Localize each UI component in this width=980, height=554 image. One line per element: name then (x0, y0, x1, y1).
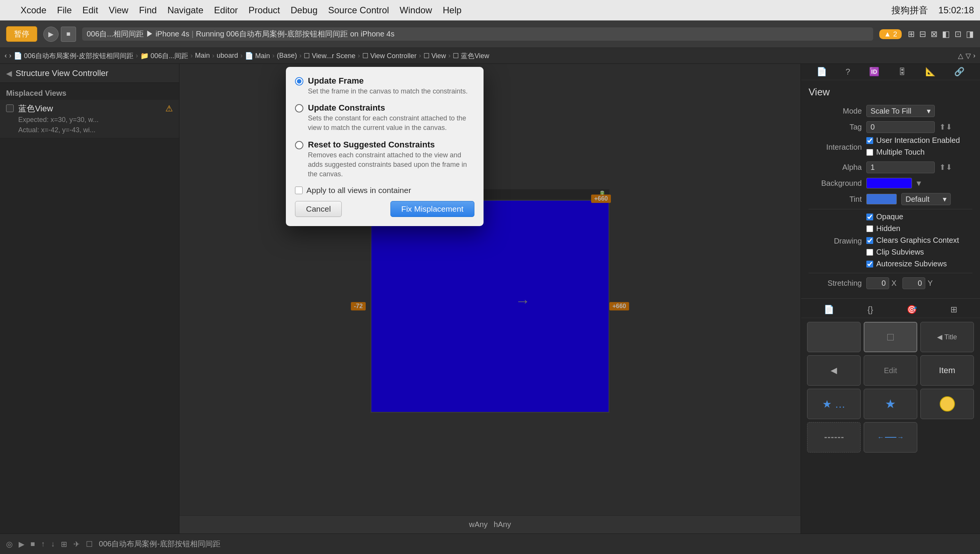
assistant-editor-icon[interactable]: ⊟ (919, 29, 926, 39)
bar-item-item[interactable]: Item (920, 355, 974, 386)
file-icon-bottom[interactable]: 📄 (824, 305, 834, 315)
pathbar-next-issue[interactable]: ▽ (966, 52, 971, 60)
dialog-option-reset-content: Reset to Suggested Constraints Removes e… (308, 140, 475, 179)
pathbar-base[interactable]: (Base) (277, 52, 297, 60)
pathbar-project[interactable]: 📄 006自动布局案例-皮部按钮相同间距 (14, 51, 134, 60)
status-icon-2[interactable]: ▶ (19, 540, 24, 549)
radio-update-constraints[interactable] (295, 104, 303, 113)
cancel-button[interactable]: Cancel (295, 201, 342, 217)
bar-item-bordered[interactable]: □ (864, 322, 917, 352)
editor-layout-icon[interactable]: ⊞ (908, 29, 915, 39)
pathbar-blue-view[interactable]: ☐ 蓝色View (453, 51, 489, 60)
bar-item-back[interactable]: ◀ (807, 355, 860, 386)
apply-all-checkbox[interactable] (295, 186, 303, 194)
pathbar-scene[interactable]: ☐ View...r Scene (304, 52, 355, 60)
mode-select[interactable]: Scale To Fill ▾ (866, 105, 935, 117)
background-dropdown-icon[interactable]: ▾ (916, 178, 921, 188)
bar-item-star-dots[interactable]: ★ … (807, 389, 860, 419)
bar-item-dashed[interactable] (807, 422, 860, 452)
status-icon-4[interactable]: ↑ (41, 540, 45, 548)
status-icon-6[interactable]: ⊞ (61, 540, 67, 549)
fix-misplacement-button[interactable]: Fix Misplacement (390, 201, 475, 217)
pathbar-nav-back[interactable]: ‹ (5, 52, 7, 60)
stretching-y-input[interactable] (902, 277, 925, 289)
brace-icon-bottom[interactable]: {} (867, 305, 873, 315)
status-icon-1[interactable]: ◎ (6, 540, 13, 549)
stretching-x-input[interactable] (866, 277, 889, 289)
canvas-area[interactable]: Update Frame Set the frame in the canvas… (179, 64, 801, 515)
bar-item-yellow-circle[interactable] (920, 389, 974, 419)
navigator-toggle-icon[interactable]: ◧ (942, 29, 950, 39)
menu-xcode[interactable]: Xcode (21, 5, 46, 16)
grid-icon-bottom[interactable]: ⊞ (950, 305, 957, 315)
multiple-touch-checkbox[interactable] (866, 149, 873, 156)
version-editor-icon[interactable]: ⊠ (931, 29, 937, 39)
radio-reset-constraints[interactable] (295, 141, 303, 149)
debug-area-toggle-icon[interactable]: ⊡ (955, 29, 961, 39)
warning-badge[interactable]: ▲ 2 (879, 29, 902, 39)
status-icon-7[interactable]: ✈ (73, 540, 80, 549)
quick-help-icon[interactable]: ? (845, 67, 850, 77)
menu-window[interactable]: Window (400, 5, 432, 16)
bar-item-star-filled[interactable]: ★ (864, 389, 917, 419)
menu-help[interactable]: Help (443, 5, 462, 16)
connections-inspector-icon[interactable]: 🔗 (954, 67, 964, 77)
pathbar-main[interactable]: Main (195, 52, 210, 60)
tint-color-swatch[interactable] (866, 194, 897, 204)
tag-input[interactable]: 0 (866, 121, 935, 133)
menu-view[interactable]: View (109, 5, 129, 16)
bar-item-plain[interactable] (807, 322, 860, 352)
menu-file[interactable]: File (57, 5, 72, 16)
attributes-inspector-icon[interactable]: 🎛 (898, 67, 906, 77)
menu-product[interactable]: Product (249, 5, 280, 16)
hidden-checkbox[interactable] (866, 225, 873, 232)
target-icon-bottom[interactable]: 🎯 (907, 305, 917, 315)
size-inspector-icon[interactable]: 📐 (925, 67, 935, 77)
menu-editor[interactable]: Editor (214, 5, 238, 16)
user-interaction-checkbox[interactable] (866, 137, 873, 144)
pathbar-nav-forward[interactable]: › (9, 52, 11, 60)
bar-item-edit[interactable]: Edit (864, 355, 917, 386)
menu-source-control[interactable]: Source Control (328, 5, 389, 16)
dialog-option-reset-constraints[interactable]: Reset to Suggested Constraints Removes e… (295, 140, 475, 179)
identity-inspector-icon[interactable]: 🆔 (869, 67, 879, 77)
left-panel-back-button[interactable]: ◀ (6, 69, 12, 78)
clip-subviews-checkbox[interactable] (866, 249, 873, 256)
opaque-checkbox[interactable] (866, 213, 873, 220)
dialog-option-update-frame[interactable]: Update Frame Set the frame in the canvas… (295, 76, 475, 96)
bar-item-back-title[interactable]: ◀ Title (920, 322, 974, 352)
menu-edit[interactable]: Edit (83, 5, 98, 16)
dialog-option-update-constraints[interactable]: Update Constraints Sets the constant for… (295, 103, 475, 133)
pathbar-prev-issue[interactable]: △ (958, 52, 963, 60)
tint-select[interactable]: Default ▾ (901, 193, 951, 205)
pathbar-uboard[interactable]: uboard (217, 52, 238, 60)
autoresize-subviews-checkbox[interactable] (866, 261, 873, 267)
pause-button[interactable]: 暂停 (6, 26, 37, 42)
pathbar-vc[interactable]: ☐ View Controller (362, 52, 417, 60)
apply-all-row[interactable]: Apply to all views in container (295, 186, 475, 195)
pathbar-group[interactable]: 📁 006自...间距 (140, 51, 188, 60)
pathbar-jump[interactable]: › (973, 52, 975, 60)
clears-graphics-checkbox[interactable] (866, 237, 873, 244)
file-inspector-icon[interactable]: 📄 (817, 67, 827, 77)
misplaced-checkbox[interactable] (6, 105, 14, 112)
background-color-swatch[interactable] (866, 178, 912, 188)
stop-button[interactable]: ■ (61, 27, 76, 42)
menu-navigate[interactable]: Navigate (167, 5, 203, 16)
pathbar-view[interactable]: ☐ View (424, 52, 446, 60)
radio-update-frame[interactable] (295, 77, 303, 86)
status-icon-3[interactable]: ■ (30, 540, 35, 548)
pathbar-main2[interactable]: 📄 Main (245, 52, 270, 60)
alpha-input[interactable]: 1 (866, 161, 935, 173)
alpha-stepper[interactable]: ⬆⬇ (939, 162, 952, 172)
bar-item-arrow[interactable]: ← → (864, 422, 917, 452)
menu-debug[interactable]: Debug (291, 5, 318, 16)
menu-find[interactable]: Find (139, 5, 157, 16)
run-destination-bar[interactable]: 006自...相同间距 ▶ iPhone 4s | Running 006自动布… (82, 27, 873, 41)
status-icon-5[interactable]: ↓ (51, 540, 55, 548)
run-button[interactable]: ▶ (43, 27, 59, 42)
status-layout-icon[interactable]: ☐ (86, 540, 93, 549)
utilities-toggle-icon[interactable]: ◨ (966, 29, 974, 39)
misplaced-view-item[interactable]: 蓝色View Expected: x=30, y=30, w... Actual… (0, 100, 179, 138)
tag-stepper[interactable]: ⬆⬇ (939, 123, 952, 132)
